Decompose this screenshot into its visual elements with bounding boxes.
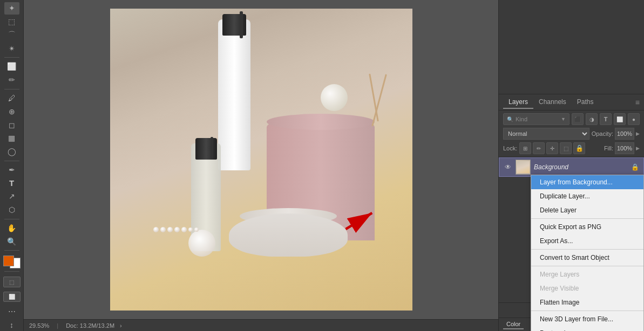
canvas-area [24,0,498,319]
lock-all-icon[interactable]: 🔒 [573,142,585,154]
tab-paths[interactable]: Paths [572,96,599,109]
main-area: 29.53% | Doc: 13.2M/13.2M › [24,0,498,331]
menu-item-export-as[interactable]: Export As... [531,234,643,248]
doc-size: Doc: 13.2M/13.2M [66,322,114,329]
edit-toolbar[interactable]: ↕ [4,319,19,331]
status-arrow[interactable]: › [120,322,122,329]
pen-tool[interactable]: ✒ [4,163,19,176]
quick-mask-tool[interactable]: ⬚ [3,277,21,287]
menu-separator-1 [531,218,643,219]
layer-visibility-icon[interactable]: 👁 [504,163,512,171]
filter-shape-icon[interactable]: ⬜ [614,113,626,125]
menu-separator-2 [531,249,643,250]
fill-chevron-icon: ▶ [636,146,640,151]
opacity-value[interactable]: 100% [615,128,634,140]
panel-top-empty [499,0,644,94]
lock-icons: ⊞ ✏ ✛ ⬚ 🔒 [519,142,585,154]
magic-wand-tool[interactable]: ✴ [4,42,19,54]
shape-tool[interactable]: ⬡ [4,204,19,216]
brush-tool[interactable]: 🖊 [4,92,19,105]
screen-mode[interactable]: ⬜ [3,292,21,302]
separator-2 [4,89,19,89]
separator-6 [4,271,19,272]
tab-layers[interactable]: Layers [503,96,533,109]
fill-control: Fill: 100% ▶ [604,142,640,154]
right-panel: Layers Channels Paths ≡ 🔍 Kind ▼ ⬛ ◑ T ⬜… [498,0,644,331]
search-filter-icons: ⬛ ◑ T ⬜ ● [572,113,640,125]
menu-item-layer-from-background[interactable]: Layer from Background... [531,175,643,189]
menu-item-new-3d-layer[interactable]: New 3D Layer from File... [531,312,643,326]
type-tool[interactable]: T [4,177,19,189]
panel-menu-icon[interactable]: ≡ [635,98,640,107]
layer-controls: 🔍 Kind ▼ ⬛ ◑ T ⬜ ● Normal Dissolve Multi… [499,111,644,157]
menu-item-postcard[interactable]: Postcard [531,326,643,331]
panel-tabs: Layers Channels Paths ≡ [499,94,644,111]
menu-item-duplicate-layer[interactable]: Duplicate Layer... [531,189,643,203]
separator-5 [4,250,19,251]
lock-label: Lock: [503,145,517,151]
lock-transparent-icon[interactable]: ⊞ [519,142,531,154]
left-toolbar: ✦ ⬚ ⌒ ✴ ⬜ ✏ 🖊 ⊕ ◻ ▦ ◯ ✒ T ↗ ⬡ ✋ 🔍 ⬚ ⬜ ⋯ … [0,0,24,331]
layer-lock-icon: 🔒 [631,163,639,171]
canvas-wrapper [110,9,412,311]
menu-separator-4 [531,311,643,311]
menu-item-quick-export[interactable]: Quick Export as PNG [531,220,643,234]
layer-search-box[interactable]: 🔍 Kind ▼ [503,113,570,125]
search-kind-label: Kind [516,116,527,122]
canvas-image [110,9,412,311]
layer-item-background[interactable]: 👁 Background 🔒 [499,157,644,177]
status-divider: | [57,322,58,329]
filter-type-icon[interactable]: T [600,113,612,125]
lock-pixels-icon[interactable]: ✏ [533,142,545,154]
zoom-tool[interactable]: 🔍 [4,235,19,247]
status-bar: 29.53% | Doc: 13.2M/13.2M › [24,319,498,331]
lock-position-icon[interactable]: ✛ [546,142,558,154]
more-tools[interactable]: ⋯ [4,305,19,318]
lasso-tool[interactable]: ⌒ [4,29,19,42]
dodge-tool[interactable]: ◯ [4,146,19,158]
search-icon: 🔍 [507,116,513,122]
fill-value[interactable]: 100% [615,142,634,154]
select-tool[interactable]: ⬚ [4,16,19,28]
separator-4 [4,219,19,219]
color-swatches[interactable] [3,256,21,269]
path-select-tool[interactable]: ↗ [4,190,19,203]
lock-row: Lock: ⊞ ✏ ✛ ⬚ 🔒 Fill: 100% ▶ [503,142,640,154]
move-tool[interactable]: ✦ [4,2,19,15]
layer-thumbnail [516,160,531,175]
eraser-tool[interactable]: ◻ [4,119,19,131]
color-tab[interactable]: Color [503,320,524,329]
opacity-chevron-icon: ▶ [636,131,640,136]
opacity-control: Opacity: 100% ▶ [592,128,640,140]
photo-background [110,9,412,311]
opacity-label: Opacity: [592,130,613,137]
layer-name: Background [534,163,628,171]
clone-tool[interactable]: ⊕ [4,105,19,118]
filter-pixel-icon[interactable]: ⬛ [572,113,584,125]
crop-tool[interactable]: ⬜ [4,60,19,73]
search-row: 🔍 Kind ▼ ⬛ ◑ T ⬜ ● [503,113,640,125]
filter-adjust-icon[interactable]: ◑ [586,113,598,125]
gradient-tool[interactable]: ▦ [4,132,19,144]
menu-separator-3 [531,266,643,266]
blend-row: Normal Dissolve Multiply Screen Opacity:… [503,128,640,140]
separator-3 [4,161,19,161]
search-dropdown-icon: ▼ [561,116,566,122]
lock-artboards-icon[interactable]: ⬚ [560,142,572,154]
menu-item-convert-smart[interactable]: Convert to Smart Object [531,251,643,265]
blend-mode-select[interactable]: Normal Dissolve Multiply Screen [503,128,589,140]
filter-smart-icon[interactable]: ● [628,113,640,125]
fill-label: Fill: [604,145,613,151]
tab-channels[interactable]: Channels [533,96,572,109]
context-menu: Layer from Background... Duplicate Layer… [531,175,644,331]
menu-item-merge-visible: Merge Visible [531,281,643,295]
eyedropper-tool[interactable]: ✏ [4,74,19,86]
layer-thumb-inner [517,161,530,173]
foreground-color-swatch[interactable] [3,256,14,266]
zoom-level: 29.53% [29,322,49,329]
menu-item-merge-layers: Merge Layers [531,267,643,281]
separator-1 [4,57,19,58]
hand-tool[interactable]: ✋ [4,222,19,234]
menu-item-flatten-image[interactable]: Flatten Image [531,295,643,309]
menu-item-delete-layer[interactable]: Delete Layer [531,203,643,217]
